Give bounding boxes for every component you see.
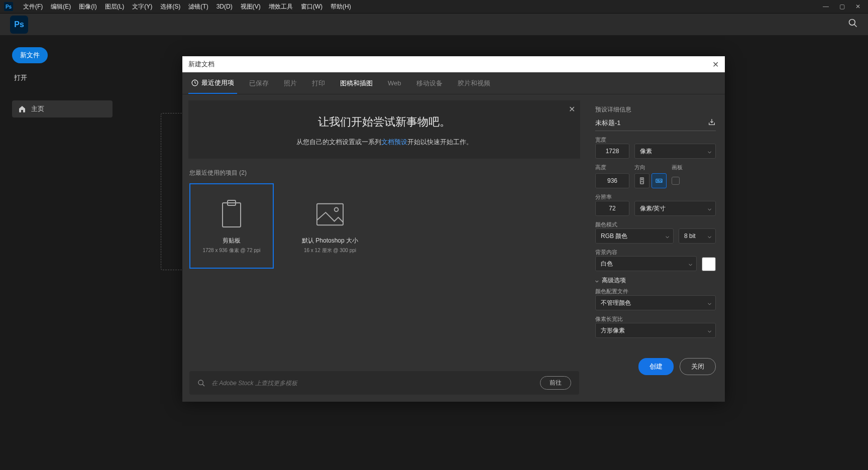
- preset-subtitle: 16 x 12 厘米 @ 300 ppi: [304, 247, 356, 254]
- resolution-unit-dropdown[interactable]: 像素/英寸: [634, 201, 716, 216]
- menu-window[interactable]: 窗口(W): [297, 3, 327, 11]
- menu-file[interactable]: 文件(F): [19, 3, 47, 11]
- app-toolbar: Ps: [0, 13, 868, 35]
- menu-edit[interactable]: 编辑(E): [47, 3, 75, 11]
- preset-subtitle: 868 x 470 像素 @ 72 ppi: [202, 247, 260, 254]
- presets-column: ✕ 让我们开始尝试新事物吧。 从您自己的文档设置或一系列文档预设开始以快速开始工…: [182, 94, 586, 402]
- menu-3d[interactable]: 3D(D): [212, 3, 237, 10]
- clock-icon: [191, 79, 198, 86]
- sidebar-item-home[interactable]: 主页: [12, 100, 113, 118]
- menu-image[interactable]: 图像(I): [75, 3, 100, 11]
- tab-label: 已保存: [249, 79, 269, 88]
- artboard-checkbox[interactable]: [672, 177, 680, 185]
- image-icon: [316, 198, 344, 230]
- menu-filter[interactable]: 滤镜(T): [184, 3, 212, 11]
- svg-point-7: [198, 380, 203, 385]
- search-icon: [197, 379, 205, 387]
- maximize-icon[interactable]: ▢: [836, 2, 848, 11]
- tab-web[interactable]: Web: [385, 72, 404, 94]
- menu-help[interactable]: 帮助(H): [327, 3, 355, 11]
- color-mode-label: 颜色模式: [595, 221, 716, 228]
- advanced-label: 高级选项: [602, 276, 626, 285]
- left-sidebar: 新文件 打开 主页: [0, 35, 121, 130]
- tab-recent[interactable]: 最近使用项: [188, 72, 237, 94]
- height-input[interactable]: [595, 173, 629, 188]
- tab-print[interactable]: 打印: [309, 72, 328, 94]
- details-header: 预设详细信息: [595, 105, 716, 114]
- new-document-dialog: 新建文档 ✕ 最近使用项 已保存 照片 打印 图稿和插图 Web 移动设备 胶片…: [182, 56, 725, 402]
- preset-card-default[interactable]: 默认 Photoshop 大小 16 x 12 厘米 @ 300 ppi: [288, 183, 372, 269]
- bg-label: 背景内容: [595, 249, 716, 256]
- ps-logo-icon: Ps: [10, 16, 28, 34]
- open-button[interactable]: 打开: [12, 67, 29, 88]
- save-preset-icon[interactable]: [708, 118, 716, 128]
- recent-label: 您最近使用的项目 (2): [182, 165, 586, 181]
- bit-depth-dropdown[interactable]: 8 bit: [679, 228, 716, 244]
- close-button[interactable]: 关闭: [680, 358, 716, 375]
- artboard-label: 画板: [672, 164, 683, 171]
- svg-point-6: [335, 207, 339, 211]
- ps-badge-icon: Ps: [4, 2, 13, 11]
- advanced-toggle[interactable]: 高级选项: [595, 276, 716, 285]
- new-file-button[interactable]: 新文件: [12, 47, 48, 63]
- svg-rect-5: [317, 203, 343, 224]
- dialog-close-icon[interactable]: ✕: [712, 60, 719, 69]
- menu-view[interactable]: 视图(V): [237, 3, 265, 11]
- dialog-title: 新建文档: [188, 60, 214, 69]
- minimize-icon[interactable]: —: [820, 2, 832, 11]
- bg-dropdown[interactable]: 白色: [595, 256, 697, 271]
- aspect-dropdown[interactable]: 方形像素: [595, 323, 716, 338]
- color-mode-dropdown[interactable]: RGB 颜色: [595, 228, 674, 244]
- menu-layer[interactable]: 图层(L): [101, 3, 129, 11]
- hero-text: 从您自己的文档设置或一系列文档预设开始以快速开始工作。: [198, 138, 570, 147]
- preset-title: 默认 Photoshop 大小: [302, 237, 358, 245]
- tab-label: 照片: [284, 79, 297, 88]
- hero-close-icon[interactable]: ✕: [569, 104, 575, 114]
- tab-film[interactable]: 胶片和视频: [455, 72, 493, 94]
- hero-link[interactable]: 文档预设: [381, 138, 407, 146]
- preset-title: 剪贴板: [223, 237, 241, 245]
- dialog-tabs: 最近使用项 已保存 照片 打印 图稿和插图 Web 移动设备 胶片和视频: [182, 72, 725, 94]
- orientation-label: 方向: [634, 164, 667, 171]
- tab-saved[interactable]: 已保存: [246, 72, 272, 94]
- sidebar-item-label: 主页: [31, 104, 44, 113]
- svg-point-0: [849, 20, 855, 26]
- orientation-landscape-button[interactable]: [652, 173, 667, 188]
- profile-dropdown[interactable]: 不管理颜色: [595, 295, 716, 310]
- search-icon[interactable]: [848, 18, 858, 31]
- tab-art[interactable]: 图稿和插图: [337, 72, 376, 94]
- resolution-label: 分辨率: [595, 193, 716, 201]
- stock-search-input[interactable]: [211, 380, 534, 387]
- unit-dropdown[interactable]: 像素: [634, 144, 716, 159]
- width-label: 宽度: [595, 136, 716, 144]
- hero-title: 让我们开始尝试新事物吧。: [198, 114, 570, 130]
- tab-label: 移动设备: [416, 79, 443, 88]
- window-controls: — ▢ ✕: [820, 2, 864, 11]
- svg-point-11: [641, 179, 643, 180]
- dialog-titlebar: 新建文档 ✕: [182, 56, 725, 72]
- tab-photo[interactable]: 照片: [281, 72, 300, 94]
- height-label: 高度: [595, 164, 629, 171]
- hero-panel: ✕ 让我们开始尝试新事物吧。 从您自己的文档设置或一系列文档预设开始以快速开始工…: [188, 100, 580, 159]
- document-name-input[interactable]: [595, 119, 708, 127]
- menu-type[interactable]: 文字(Y): [128, 3, 156, 11]
- tab-label: 胶片和视频: [458, 79, 490, 88]
- width-input[interactable]: [595, 144, 629, 159]
- profile-label: 颜色配置文件: [595, 288, 716, 295]
- details-column: 预设详细信息 宽度 像素 高度 方向: [586, 94, 725, 402]
- home-icon: [18, 105, 26, 113]
- go-button[interactable]: 前往: [540, 376, 571, 390]
- resolution-input[interactable]: [595, 201, 629, 216]
- preset-card-clipboard[interactable]: 剪贴板 868 x 470 像素 @ 72 ppi: [189, 183, 274, 269]
- menu-select[interactable]: 选择(S): [156, 3, 184, 11]
- tab-mobile[interactable]: 移动设备: [413, 72, 446, 94]
- menu-plugins[interactable]: 增效工具: [265, 3, 297, 11]
- tab-label: 图稿和插图: [340, 79, 373, 88]
- create-button[interactable]: 创建: [638, 358, 674, 375]
- svg-line-8: [202, 384, 204, 386]
- bg-color-swatch[interactable]: [702, 257, 716, 271]
- close-window-icon[interactable]: ✕: [852, 2, 864, 11]
- svg-point-13: [658, 180, 659, 182]
- orientation-portrait-button[interactable]: [634, 173, 649, 188]
- preset-grid: 剪贴板 868 x 470 像素 @ 72 ppi 默认 Photoshop …: [182, 181, 586, 271]
